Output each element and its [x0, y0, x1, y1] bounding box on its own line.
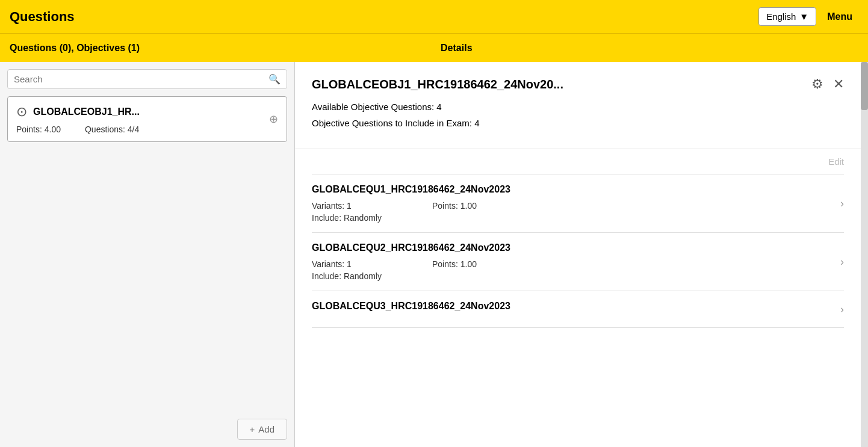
sub-header-right: Details	[140, 43, 472, 54]
points-item: Points: 1.00	[432, 201, 553, 211]
scrollbar-track[interactable]	[861, 62, 868, 447]
points-label: Points: 4.00	[16, 125, 61, 134]
question-name: GLOBALCEQU2_HRC19186462_24Nov2023	[312, 242, 844, 253]
search-icon: 🔍	[268, 73, 281, 85]
detail-card: GLOBALCEOBJ1_HRC19186462_24Nov20... ⚙ ✕ …	[295, 62, 861, 149]
question-meta: Variants: 1 Points: 1.00	[312, 201, 844, 211]
right-panel: GLOBALCEOBJ1_HRC19186462_24Nov20... ⚙ ✕ …	[295, 62, 861, 447]
app-title: Questions	[10, 9, 75, 25]
language-label: English	[766, 11, 796, 22]
objective-meta: Points: 4.00 Questions: 4/4	[16, 125, 278, 134]
header-right: English ▼ Menu	[758, 7, 858, 26]
points-item: Points: 1.00	[432, 259, 553, 269]
detail-card-actions: ⚙ ✕	[811, 76, 844, 92]
question-name: GLOBALCEQU3_HRC19186462_24Nov2023	[312, 301, 844, 312]
chevron-right-icon[interactable]: ›	[840, 256, 844, 268]
include-item: Include: Randomly	[312, 271, 432, 281]
chevron-down-icon: ▼	[799, 11, 808, 22]
add-button-area: + Add	[0, 412, 294, 447]
include-item: Include: Randomly	[312, 213, 432, 223]
gear-icon[interactable]: ⚙	[811, 76, 823, 92]
questions-section: Edit GLOBALCEQU1_HRC19186462_24Nov2023 V…	[295, 149, 861, 328]
include-field: Objective Questions to Include in Exam: …	[312, 118, 844, 128]
question-row: GLOBALCEQU3_HRC19186462_24Nov2023 ›	[312, 291, 844, 328]
objective-item-header: ⊙ GLOBALCEOBJ1_HR...	[16, 104, 278, 120]
questions-label: Questions: 4/4	[85, 125, 139, 134]
question-include-meta: Include: Randomly	[312, 213, 844, 223]
variants-item: Variants: 1	[312, 259, 432, 269]
menu-button[interactable]: Menu	[821, 8, 858, 26]
detail-title: GLOBALCEOBJ1_HRC19186462_24Nov20...	[312, 78, 563, 91]
variants-item: Variants: 1	[312, 201, 432, 211]
edit-bar: Edit	[312, 149, 844, 174]
add-button-label: Add	[258, 424, 274, 434]
question-row: GLOBALCEQU2_HRC19186462_24Nov2023 Varian…	[312, 233, 844, 291]
question-row: GLOBALCEQU1_HRC19186462_24Nov2023 Varian…	[312, 174, 844, 233]
available-field: Available Objective Questions: 4	[312, 102, 844, 112]
main-layout: 🔍 ⊙ GLOBALCEOBJ1_HR... Points: 4.00 Ques…	[0, 62, 868, 447]
sub-header: Questions (0), Objectives (1) Details	[0, 33, 868, 62]
objective-name: GLOBALCEOBJ1_HR...	[33, 106, 140, 117]
top-header: Questions English ▼ Menu	[0, 0, 868, 33]
left-panel: 🔍 ⊙ GLOBALCEOBJ1_HR... Points: 4.00 Ques…	[0, 62, 295, 447]
objective-list-item[interactable]: ⊙ GLOBALCEOBJ1_HR... Points: 4.00 Questi…	[7, 96, 287, 142]
chevron-right-icon[interactable]: ›	[840, 303, 844, 316]
chevron-right-icon[interactable]: ›	[840, 197, 844, 210]
search-container: 🔍	[0, 62, 294, 96]
search-input[interactable]	[14, 74, 268, 84]
objective-icon: ⊙	[16, 104, 27, 120]
detail-card-header: GLOBALCEOBJ1_HRC19186462_24Nov20... ⚙ ✕	[312, 76, 844, 92]
question-include-meta: Include: Randomly	[312, 271, 844, 281]
sub-header-left: Questions (0), Objectives (1)	[10, 43, 140, 54]
add-button[interactable]: + Add	[237, 419, 287, 440]
drag-handle-icon[interactable]: ⊕	[269, 113, 278, 126]
language-selector[interactable]: English ▼	[758, 7, 816, 26]
question-name: GLOBALCEQU1_HRC19186462_24Nov2023	[312, 184, 844, 195]
scrollbar-thumb[interactable]	[861, 62, 868, 110]
plus-icon: +	[250, 424, 255, 434]
close-icon[interactable]: ✕	[833, 76, 844, 92]
question-meta: Variants: 1 Points: 1.00	[312, 259, 844, 269]
search-input-wrapper: 🔍	[7, 69, 287, 89]
edit-link[interactable]: Edit	[828, 156, 844, 167]
